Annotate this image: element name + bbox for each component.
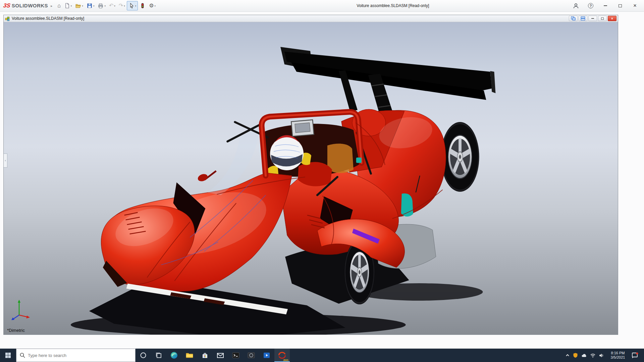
doc-minimize-button[interactable] xyxy=(588,16,597,21)
app-title-bar: 3S SOLIDWORKS ▸ ⌂ ▾ ▾ ▾ ▾ xyxy=(0,0,644,12)
search-input[interactable] xyxy=(28,353,132,358)
system-tray: 8:16 PM 3/5/2021 xyxy=(565,349,644,362)
viewer-app-icon xyxy=(247,351,255,359)
taskbar-clock[interactable]: 8:16 PM 3/5/2021 xyxy=(607,351,628,360)
help-button[interactable]: ? xyxy=(584,1,598,11)
mail-icon xyxy=(216,351,224,359)
select-tool-button[interactable]: ▾ xyxy=(127,1,138,10)
graphics-viewport[interactable]: *Dimetric ‹ xyxy=(4,22,618,335)
solidworks-wordmark: SOLIDWORKS xyxy=(12,3,48,8)
solidworks-taskbar-button[interactable]: 2021 xyxy=(274,349,290,362)
open-button[interactable]: ▾ xyxy=(73,1,85,10)
rear-wheel xyxy=(441,122,479,192)
dropdown-caret-icon[interactable]: ▾ xyxy=(155,5,156,7)
viewer-app-button[interactable] xyxy=(244,349,259,362)
redo-button[interactable]: ↷ ▾ xyxy=(117,1,127,10)
document-window: Voiture assomblee.SLDASM [Read-only] xyxy=(3,15,618,335)
clock-time: 8:16 PM xyxy=(607,351,628,355)
taskbar-search-box[interactable] xyxy=(16,349,136,362)
dropdown-caret-icon[interactable]: ▾ xyxy=(124,5,125,7)
terminal-icon xyxy=(232,351,240,359)
windows-taskbar: 2021 8:16 PM 3/5/2021 xyxy=(0,349,644,362)
media-app-button[interactable] xyxy=(259,349,274,362)
mail-button[interactable] xyxy=(213,349,228,362)
new-document-button[interactable]: ▾ xyxy=(62,1,74,10)
cockpit-display-box xyxy=(291,120,314,136)
dropdown-caret-icon[interactable]: ▾ xyxy=(93,5,95,7)
open-folder-icon xyxy=(75,3,81,9)
dropdown-caret-icon[interactable]: ▾ xyxy=(135,5,137,7)
doc-restore-button[interactable] xyxy=(598,16,607,21)
security-tray-icon[interactable] xyxy=(573,353,578,358)
doc-minimize-icon xyxy=(591,18,594,19)
select-arrow-icon xyxy=(128,3,135,9)
account-icon xyxy=(573,3,579,9)
network-wifi-icon[interactable] xyxy=(590,353,596,358)
assembly-document-icon xyxy=(5,16,10,21)
minimize-button[interactable] xyxy=(598,1,612,11)
menu-expand-icon[interactable]: ▸ xyxy=(51,4,52,8)
store-button[interactable] xyxy=(197,349,213,362)
save-icon xyxy=(87,3,93,9)
action-center-icon[interactable] xyxy=(631,352,639,359)
edge-button[interactable] xyxy=(166,349,182,362)
save-button[interactable]: ▾ xyxy=(85,1,96,10)
rebuild-button[interactable] xyxy=(138,1,147,10)
document-title: Voiture assomblee.SLDASM [Read-only] xyxy=(12,16,84,21)
new-document-icon xyxy=(64,3,70,9)
task-view-icon xyxy=(155,352,162,359)
home-icon: ⌂ xyxy=(57,3,61,8)
orientation-triad xyxy=(8,298,33,324)
dropdown-caret-icon[interactable]: ▾ xyxy=(71,5,72,7)
cortana-icon xyxy=(140,352,147,359)
ds-logo-mark: 3S xyxy=(3,2,11,9)
undo-button[interactable]: ↶ ▾ xyxy=(107,1,117,10)
minimize-icon xyxy=(604,5,607,6)
file-explorer-button[interactable] xyxy=(182,349,197,362)
media-app-icon xyxy=(263,351,271,359)
help-icon: ? xyxy=(588,3,593,8)
onedrive-tray-icon[interactable] xyxy=(581,353,587,358)
chevron-left-icon: ‹ xyxy=(5,159,6,162)
task-view-button[interactable] xyxy=(151,349,166,362)
cascade-windows-button[interactable] xyxy=(569,16,578,21)
print-icon xyxy=(98,3,104,9)
edge-icon xyxy=(170,351,178,359)
close-button[interactable]: × xyxy=(628,1,642,11)
cascade-windows-icon xyxy=(571,16,576,20)
document-title-bar[interactable]: Voiture assomblee.SLDASM [Read-only] xyxy=(4,15,618,22)
tile-windows-button[interactable] xyxy=(579,16,587,21)
view-orientation-label: *Dimetric xyxy=(7,328,25,333)
model-red-race-car[interactable] xyxy=(4,22,618,335)
volume-icon[interactable] xyxy=(599,353,604,358)
options-button[interactable]: ⚙ ▾ xyxy=(147,1,157,10)
maximize-icon xyxy=(619,4,622,7)
dropdown-caret-icon[interactable]: ▾ xyxy=(114,5,115,7)
doc-close-icon: × xyxy=(611,17,613,20)
doc-restore-icon xyxy=(601,17,604,20)
tile-windows-icon xyxy=(581,16,585,20)
cortana-button[interactable] xyxy=(136,349,151,362)
dropdown-caret-icon[interactable]: ▾ xyxy=(104,5,106,7)
maximize-button[interactable] xyxy=(613,1,627,11)
close-icon: × xyxy=(633,2,637,9)
doc-close-button[interactable]: × xyxy=(608,16,616,21)
hidden-icons-chevron[interactable] xyxy=(565,353,570,358)
start-button[interactable] xyxy=(0,349,16,362)
file-explorer-icon xyxy=(185,351,194,359)
account-button[interactable] xyxy=(569,1,583,11)
solidworks-logo: 3S SOLIDWORKS xyxy=(3,2,48,9)
terminal-button[interactable] xyxy=(228,349,244,362)
windows-logo-icon xyxy=(5,352,11,358)
solidworks-app-icon xyxy=(278,352,286,359)
redo-icon: ↷ xyxy=(119,3,123,8)
solidworks-year-badge: 2021 xyxy=(283,359,288,361)
panel-collapse-tab[interactable]: ‹ xyxy=(4,154,7,168)
home-button[interactable]: ⌂ xyxy=(56,1,62,10)
rebuild-stoplight-icon xyxy=(140,3,146,9)
search-icon xyxy=(20,353,25,358)
clock-date: 3/5/2021 xyxy=(607,355,628,360)
print-button[interactable]: ▾ xyxy=(96,1,107,10)
dropdown-caret-icon[interactable]: ▾ xyxy=(82,5,83,7)
options-gear-icon: ⚙ xyxy=(149,3,154,8)
